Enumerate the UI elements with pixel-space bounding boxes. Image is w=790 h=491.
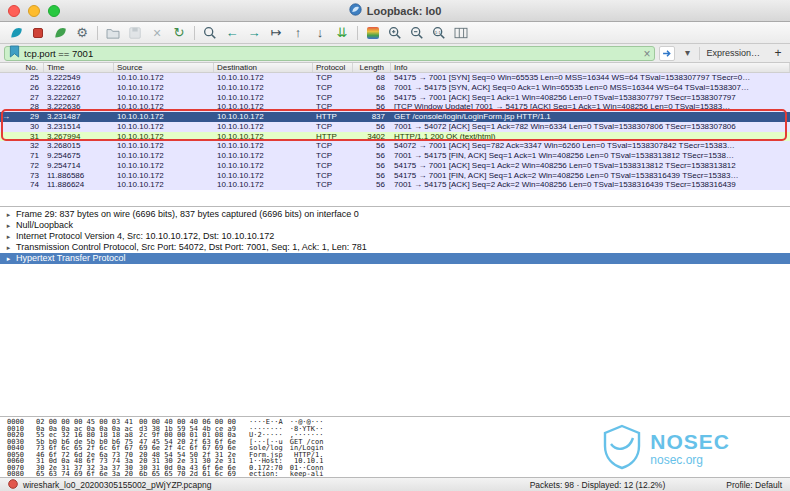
toolbar-separator bbox=[97, 26, 98, 40]
column-header-time[interactable]: Time bbox=[44, 63, 114, 72]
cell-destination: 10.10.10.172 bbox=[214, 83, 313, 93]
filter-bookmark-icon[interactable] bbox=[9, 44, 20, 62]
go-forward-icon: → bbox=[248, 26, 261, 39]
resize-columns-button[interactable] bbox=[450, 24, 472, 42]
cell-length: 56 bbox=[353, 161, 391, 171]
capture-options-icon: ⚙ bbox=[76, 26, 88, 39]
reload-button[interactable]: ↻ bbox=[168, 24, 190, 42]
profile-selector[interactable]: Profile: Default bbox=[726, 480, 782, 490]
apply-filter-button[interactable] bbox=[659, 46, 675, 61]
zoom-out-button[interactable] bbox=[406, 24, 428, 42]
column-header-info[interactable]: Info bbox=[391, 63, 790, 72]
close-file-button[interactable]: × bbox=[146, 24, 168, 42]
expand-arrow-icon[interactable]: ▸ bbox=[5, 209, 12, 220]
table-row[interactable]: 283.22263610.10.10.17210.10.10.172TCP56[… bbox=[0, 102, 790, 112]
colorize-button[interactable] bbox=[362, 24, 384, 42]
go-first-button[interactable]: ↑ bbox=[287, 24, 309, 42]
table-row[interactable]: 303.23151410.10.10.17210.10.10.172TCP567… bbox=[0, 122, 790, 132]
expand-arrow-icon[interactable]: ▸ bbox=[5, 242, 12, 253]
svg-text:1:1: 1:1 bbox=[435, 29, 442, 34]
detail-row[interactable]: ▸Transmission Control Protocol, Src Port… bbox=[0, 242, 790, 253]
filter-clear-icon[interactable]: × bbox=[643, 44, 650, 62]
table-row[interactable]: 7411.88662410.10.10.17210.10.10.172TCP56… bbox=[0, 180, 790, 190]
table-row[interactable]: 273.22262710.10.10.17210.10.10.172TCP565… bbox=[0, 93, 790, 103]
add-filter-button[interactable]: + bbox=[770, 46, 786, 60]
cell-destination: 10.10.10.172 bbox=[214, 112, 313, 122]
expression-button[interactable]: Expression… bbox=[699, 47, 766, 60]
traffic-lights bbox=[8, 5, 60, 17]
cell-time: 3.231514 bbox=[44, 122, 114, 132]
cell-source: 10.10.10.172 bbox=[114, 161, 214, 171]
zoom-in-button[interactable] bbox=[384, 24, 406, 42]
cell-time: 11.886624 bbox=[44, 180, 114, 190]
detail-row[interactable]: ▸Null/Loopback bbox=[0, 220, 790, 231]
window-title: Loopback: lo0 bbox=[367, 5, 442, 17]
auto-scroll-button[interactable]: ⇊ bbox=[331, 24, 353, 42]
column-header-protocol[interactable]: Protocol bbox=[313, 63, 353, 72]
detail-row[interactable]: ▸Frame 29: 837 bytes on wire (6696 bits)… bbox=[0, 209, 790, 220]
save-file-icon bbox=[129, 27, 141, 39]
zoom-original-button[interactable]: 1:1 bbox=[428, 24, 450, 42]
status-bar: wireshark_lo0_20200305155002_pWjYZP.pcap… bbox=[0, 477, 790, 491]
start-capture-button[interactable] bbox=[5, 24, 27, 42]
expand-arrow-icon[interactable]: ▸ bbox=[5, 231, 12, 242]
go-first-icon: ↑ bbox=[295, 26, 302, 39]
go-last-icon: ↓ bbox=[317, 26, 324, 39]
window-title-area: Loopback: lo0 bbox=[349, 3, 442, 18]
cell-time: 11.886586 bbox=[44, 171, 114, 181]
cell-info: 54175 → 7001 [FIN, ACK] Seq=1 Ack=2 Win=… bbox=[391, 171, 790, 181]
find-packet-button[interactable] bbox=[199, 24, 221, 42]
go-last-button[interactable]: ↓ bbox=[309, 24, 331, 42]
expand-arrow-icon[interactable]: ▸ bbox=[5, 220, 12, 231]
minimize-window-button[interactable] bbox=[28, 5, 40, 17]
cell-source: 10.10.10.172 bbox=[114, 141, 214, 151]
column-header-destination[interactable]: Destination bbox=[214, 63, 313, 72]
packet-details-pane: ▸Frame 29: 837 bytes on wire (6696 bits)… bbox=[0, 206, 790, 416]
capture-options-button[interactable]: ⚙ bbox=[71, 24, 93, 42]
expert-info-icon[interactable] bbox=[8, 479, 18, 491]
restart-capture-button[interactable] bbox=[49, 24, 71, 42]
go-to-packet-button[interactable]: ↦ bbox=[265, 24, 287, 42]
detail-row[interactable]: ▸Hypertext Transfer Protocol bbox=[0, 253, 790, 264]
stop-capture-button[interactable] bbox=[27, 24, 49, 42]
detail-row[interactable]: ▸Internet Protocol Version 4, Src: 10.10… bbox=[0, 231, 790, 242]
cell-info: GET /console/login/LoginForm.jsp HTTP/1.… bbox=[391, 112, 790, 122]
table-row[interactable]: 253.22254910.10.10.17210.10.10.172TCP685… bbox=[0, 73, 790, 83]
cell-destination: 10.10.10.172 bbox=[214, 180, 313, 190]
table-row[interactable]: 719.25467510.10.10.17210.10.10.172TCP567… bbox=[0, 151, 790, 161]
cell-info: 54175 → 7001 [ACK] Seq=1 Ack=1 Win=40825… bbox=[391, 93, 790, 103]
table-row[interactable]: 313.26799410.10.10.17210.10.10.172HTTP34… bbox=[0, 132, 790, 142]
cell-info: 7001 → 54175 [ACK] Seq=2 Ack=2 Win=40825… bbox=[391, 180, 790, 190]
toolbar-separator bbox=[194, 26, 195, 40]
table-row[interactable]: 7311.88658610.10.10.17210.10.10.172TCP56… bbox=[0, 171, 790, 181]
table-row[interactable]: 293.23148710.10.10.17210.10.10.172HTTP83… bbox=[0, 112, 790, 122]
open-file-button[interactable] bbox=[102, 24, 124, 42]
column-header-no[interactable]: No. bbox=[0, 63, 44, 72]
cell-destination: 10.10.10.172 bbox=[214, 73, 313, 83]
filter-dropdown-icon[interactable]: ▾ bbox=[679, 46, 695, 61]
table-row[interactable]: 323.26801510.10.10.17210.10.10.172TCP565… bbox=[0, 141, 790, 151]
stop-capture-icon bbox=[33, 28, 43, 38]
table-row[interactable]: 729.25471410.10.10.17210.10.10.172TCP565… bbox=[0, 161, 790, 171]
cell-no: 74 bbox=[0, 180, 44, 190]
go-back-button[interactable]: ← bbox=[221, 24, 243, 42]
cell-time: 3.222549 bbox=[44, 73, 114, 83]
zoom-window-button[interactable] bbox=[48, 5, 60, 17]
display-filter-field[interactable]: × bbox=[4, 46, 655, 61]
column-header-length[interactable]: Length bbox=[353, 63, 391, 72]
column-header-source[interactable]: Source bbox=[114, 63, 214, 72]
table-row[interactable]: 263.22261610.10.10.17210.10.10.172TCP687… bbox=[0, 83, 790, 93]
cell-protocol: TCP bbox=[313, 180, 353, 190]
save-file-button[interactable] bbox=[124, 24, 146, 42]
display-filter-input[interactable] bbox=[24, 48, 639, 59]
cell-no: 25 bbox=[0, 73, 44, 83]
cell-protocol: TCP bbox=[313, 161, 353, 171]
toolbar-separator bbox=[357, 26, 358, 40]
cell-source: 10.10.10.172 bbox=[114, 93, 214, 103]
cell-source: 10.10.10.172 bbox=[114, 73, 214, 83]
packet-list-header: No.TimeSourceDestinationProtocolLengthIn… bbox=[0, 63, 790, 73]
find-packet-icon bbox=[203, 26, 217, 40]
go-forward-button[interactable]: → bbox=[243, 24, 265, 42]
close-window-button[interactable] bbox=[8, 5, 20, 17]
expand-arrow-icon[interactable]: ▸ bbox=[5, 253, 12, 264]
